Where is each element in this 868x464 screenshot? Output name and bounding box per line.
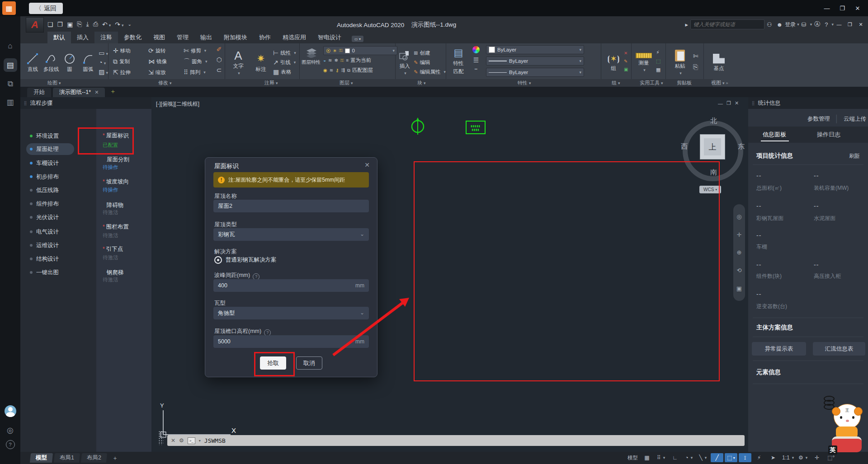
tool-edit-block[interactable]: ✎编辑 [414,59,446,66]
abnormal-table-button[interactable]: 异常提示表 [752,342,806,356]
tool-line[interactable]: 直线 [24,50,42,73]
layout-tab-model[interactable]: 模型 [30,453,53,463]
save-as-icon[interactable]: ⎘ [77,20,82,28]
grid-toggle-icon[interactable]: ▦ [641,453,653,462]
tool-trim[interactable]: ✄修剪▾ [184,45,216,56]
polar-toggle-icon[interactable]: ◔▾ [683,453,695,462]
tool-group[interactable]: ⦗✶⦘ 组 [603,51,624,72]
panel-label-group[interactable]: 组▾ [612,80,620,86]
cart-chevron-icon[interactable]: ▾ [810,22,812,27]
board-icon[interactable]: ▥ [0,94,20,110]
undo-icon[interactable]: ↶▾ [102,21,111,28]
layer-isolate-icon[interactable]: ≋ [328,58,332,63]
vp-minimize-icon[interactable]: — [718,101,723,106]
dialog-close-icon[interactable]: ✕ [364,161,370,169]
lineweight-select[interactable]: ByLayer ▾ [486,56,584,66]
step-structure-design[interactable]: 结构设计 [26,253,74,265]
layer-thaw-icon[interactable]: ≋ [330,68,333,73]
tool-circle[interactable]: 圆 [61,50,79,73]
roof-type-select[interactable]: 彩钢瓦 [213,228,369,241]
tool-create-block[interactable]: ⊞创建 [414,50,446,56]
layer-select[interactable]: ⦿ ☀ ⚿ 0 ▾ [323,46,397,55]
step-env-setup[interactable]: 环境设置 [26,130,74,142]
nav-wheel-icon[interactable]: ◎ [736,213,741,220]
login-label[interactable]: 登录 [785,21,796,28]
tool-basepoint[interactable]: 基点 [708,51,729,72]
tool-measure[interactable]: 测量▾ [633,50,654,72]
tool-rotate[interactable]: ⟳旋转 [148,45,184,56]
isodraft-toggle-icon[interactable]: ╲▾ [697,453,709,462]
layout-tab-layout2[interactable]: 布局2 [81,453,107,463]
tool-match-layer[interactable]: ⧉匹配图层 [347,67,373,74]
tool-leader[interactable]: ↗引线▾ [273,59,296,66]
ribbon-tab-annotate[interactable]: 注释 [94,32,118,43]
qat-customize-icon[interactable]: ⌄ [128,22,132,27]
layer-unlock2-icon[interactable]: ⚷ [335,68,339,73]
tool-properties[interactable]: ▤ 特性 匹配 [448,44,469,75]
tool-scale[interactable]: ⇲缩放 [148,67,184,78]
search-arrow-icon[interactable]: ▸ [685,21,688,28]
ribbon-tab-smart-design[interactable]: 智电设计 [312,32,347,43]
panel-label-view[interactable]: 视图▾» [711,80,728,86]
confluence-table-button[interactable]: 汇流信息表 [813,342,865,356]
step-module-layout[interactable]: 组件排布 [26,198,74,210]
acad-minimize-icon[interactable]: — [834,20,844,29]
documents-icon[interactable]: ⧉ [0,76,20,92]
login-chevron-icon[interactable]: ▾ [797,22,799,27]
ribbon-tab-featured[interactable]: 精选应用 [277,32,312,43]
explode-icon[interactable]: ⬡ [217,56,222,63]
calculator-icon[interactable]: ▦ [656,67,660,72]
layer-walk-icon[interactable]: ⇶ [341,68,344,73]
save-icon[interactable]: ▣ [67,21,73,28]
layer-off-icon[interactable]: ◒ [323,58,326,63]
acad-restore-icon[interactable]: ❐ [844,20,855,29]
lineweight-icon[interactable]: ┉ [475,67,477,71]
ribbon-tab-addins[interactable]: 附加模块 [218,32,253,43]
solution-radio-row[interactable]: 普通彩钢瓦解决方案 [214,256,277,264]
file-tab-document[interactable]: 演示图纸--1* ✕ [53,88,105,97]
rectangle-tool-icon[interactable]: ▭▾ [99,50,108,56]
panel-label-layers[interactable]: 图层▾ [340,80,353,86]
tool-linear-dim[interactable]: ⊢线性▾ [273,50,296,56]
tool-layer-properties[interactable]: 图层特性 [301,44,321,66]
home-icon[interactable]: ⌂ [0,38,20,54]
step-roof-processing[interactable]: 屋面处理 [26,143,74,155]
substep-roof-split[interactable]: 屋面分割 [103,156,129,164]
community-icon[interactable]: ⚇ [767,21,772,28]
tool-move[interactable]: ✛移动 [113,45,148,56]
close-icon[interactable]: ✕ [850,2,865,14]
tool-arc[interactable]: 圆弧 [79,50,97,73]
panel-label-clipboard[interactable]: 剪贴板 [677,80,692,86]
command-bar[interactable]: ✕ ⚙ >_ ▾ JSWMSB [167,435,745,446]
scale-value[interactable]: 1:1▾ [781,453,795,462]
panel-label-block[interactable]: 块▾ [417,80,426,86]
tool-stretch[interactable]: ⇱拉伸 [113,67,148,78]
substep-roof-mark[interactable]: *屋面标识 [103,132,129,140]
cut-icon[interactable]: ✄ [693,53,698,59]
viewport-controls[interactable]: [-][俯视][二维线框] [156,100,199,108]
param-manage-link[interactable]: 参数管理 [807,115,830,123]
substep-downlead[interactable]: *引下点 [103,245,123,253]
substep-obstacle[interactable]: 障碍物 [103,202,124,209]
roof-name-input[interactable] [213,200,369,212]
sign-in-person-icon[interactable]: ☻ [777,21,783,28]
annotation-scale-icon[interactable]: ➤ [767,453,779,462]
cancel-button[interactable]: 取消 [296,356,322,370]
panel-label-annotate[interactable]: 注释▾ [264,80,278,86]
ribbon-tab-insert[interactable]: 插入 [71,32,94,43]
wave-spacing-input[interactable] [213,279,369,292]
new-tab-plus-icon[interactable]: ＋ [109,88,116,96]
snap-toggle-icon[interactable]: ⠿▾ [655,453,667,462]
panel-label-draw[interactable]: 绘图▾ [47,80,61,86]
help-icon[interactable]: ? [0,436,20,453]
acad-close-icon[interactable]: ✕ [855,20,866,29]
file-tab-close-icon[interactable]: ✕ [94,89,99,95]
vp-close-icon[interactable]: ✕ [735,100,739,106]
tool-paste[interactable]: 粘贴▾ [670,47,690,75]
panel-label-properties[interactable]: 特性▾ [518,80,531,86]
tool-fillet[interactable]: ⌒圆角▾ [184,56,216,67]
panel-label-utilities[interactable]: 实用工具▾ [640,80,663,86]
layout-tab-layout1[interactable]: 布局1 [54,453,80,463]
step-pv-design[interactable]: 光伏设计 [26,211,74,223]
tool-array[interactable]: ⠿阵列▾ [184,67,216,78]
